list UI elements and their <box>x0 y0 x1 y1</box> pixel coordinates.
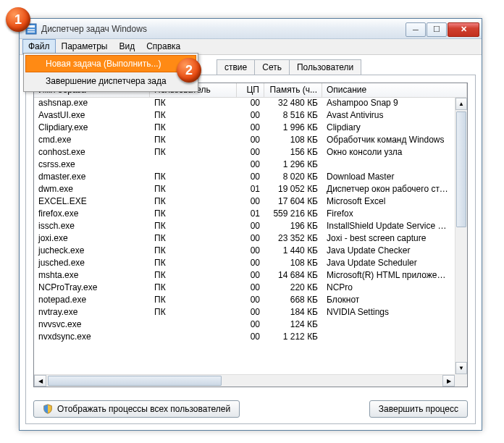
menu-exit[interactable]: Завершение диспетчера зада <box>25 72 196 90</box>
cell-name: jusched.exe <box>34 258 150 270</box>
show-all-users-button[interactable]: Отображать процессы всех пользователей <box>33 400 240 418</box>
cell-mem: 8 020 КБ <box>264 172 322 184</box>
tab-body: Имя образа Пользователь ЦП Память (ч... … <box>25 75 476 424</box>
process-list: Имя образа Пользователь ЦП Память (ч... … <box>33 83 468 387</box>
table-row[interactable]: Clipdiary.exeПК001 996 КБClipdiary <box>34 122 455 135</box>
cell-desc: Блокнот <box>322 295 455 307</box>
menu-options[interactable]: Параметры <box>56 39 114 54</box>
scroll-down-icon[interactable]: ▼ <box>455 362 467 374</box>
cell-name: dmaster.exe <box>34 172 150 184</box>
vertical-scrollbar[interactable]: ▲ ▼ <box>455 98 467 374</box>
cell-desc <box>322 159 455 172</box>
cell-cpu: 00 <box>237 307 264 319</box>
table-row[interactable]: nvxdsync.exe001 212 КБ <box>34 332 455 344</box>
cell-user <box>150 319 237 332</box>
cell-cpu: 00 <box>237 295 264 307</box>
annotation-marker-2: 2 <box>177 58 201 83</box>
cell-mem: 156 КБ <box>264 147 322 159</box>
table-row[interactable]: EXCEL.EXEПК0017 604 КБMicrosoft Excel <box>34 196 455 208</box>
svg-rect-2 <box>28 29 35 30</box>
cell-desc: Clipdiary <box>322 122 455 135</box>
scroll-left-icon[interactable]: ◀ <box>34 375 46 387</box>
maximize-button[interactable]: ☐ <box>427 22 447 37</box>
cell-name: issch.exe <box>34 221 150 233</box>
cell-user: ПК <box>150 122 237 135</box>
cell-desc: Диспетчер окон рабочего стола <box>322 184 455 196</box>
cell-cpu: 00 <box>237 147 264 159</box>
content-area: ствие Сеть Пользователи Имя образа Польз… <box>25 59 476 424</box>
cell-user: ПК <box>150 98 237 110</box>
table-row[interactable]: csrss.exe001 296 КБ <box>34 159 455 172</box>
cell-name: nvtray.exe <box>34 307 150 319</box>
horizontal-scrollbar[interactable]: ◀ ▶ <box>34 374 455 387</box>
cell-desc: Java Update Scheduler <box>322 258 455 270</box>
col-description[interactable]: Описание <box>322 83 467 97</box>
table-row[interactable]: firefox.exeПК01559 216 КБFirefox <box>34 208 455 221</box>
cell-cpu: 00 <box>237 159 264 172</box>
cell-name: csrss.exe <box>34 159 150 172</box>
menu-new-task[interactable]: Новая задача (Выполнить...) <box>25 55 196 72</box>
close-button[interactable]: ✕ <box>448 22 479 37</box>
cell-user: ПК <box>150 135 237 147</box>
table-row[interactable]: dwm.exeПК0119 052 КБДиспетчер окон рабоч… <box>34 184 455 196</box>
cell-mem: 184 КБ <box>264 307 322 319</box>
cell-mem: 108 КБ <box>264 258 322 270</box>
menu-help[interactable]: Справка <box>140 39 186 54</box>
cell-desc: Firefox <box>322 208 455 221</box>
cell-cpu: 00 <box>237 172 264 184</box>
cell-mem: 196 КБ <box>264 221 322 233</box>
table-row[interactable]: dmaster.exeПК008 020 КБDownload Master <box>34 172 455 184</box>
cell-name: EXCEL.EXE <box>34 196 150 208</box>
cell-cpu: 00 <box>237 319 264 332</box>
tab-network[interactable]: Сеть <box>254 59 290 75</box>
table-row[interactable]: nvvsvc.exe00124 КБ <box>34 319 455 332</box>
table-row[interactable]: NCProTray.exeПК00220 КБNCPro <box>34 282 455 295</box>
table-row[interactable]: notepad.exeПК00668 КББлокнот <box>34 295 455 307</box>
table-row[interactable]: jucheck.exeПК001 440 КБJava Update Check… <box>34 245 455 258</box>
cell-name: AvastUI.exe <box>34 110 150 122</box>
window-controls: ─ ☐ ✕ <box>406 21 482 37</box>
cell-desc: Download Master <box>322 172 455 184</box>
cell-desc: NVIDIA Settings <box>322 307 455 319</box>
tab-users[interactable]: Пользователи <box>289 59 361 75</box>
table-row[interactable]: cmd.exeПК00108 КБОбработчик команд Windo… <box>34 135 455 147</box>
table-row[interactable]: mshta.exeПК0014 684 КБMicrosoft(R) HTML … <box>34 270 455 282</box>
cell-cpu: 00 <box>237 270 264 282</box>
cell-name: nvxdsync.exe <box>34 332 150 344</box>
cell-desc: Microsoft(R) HTML приложение <box>322 270 455 282</box>
table-row[interactable]: jusched.exeПК00108 КБJava Update Schedul… <box>34 258 455 270</box>
cell-cpu: 00 <box>237 221 264 233</box>
table-row[interactable]: nvtray.exeПК00184 КБNVIDIA Settings <box>34 307 455 319</box>
table-row[interactable]: conhost.exeПК00156 КБОкно консоли узла <box>34 147 455 159</box>
col-cpu[interactable]: ЦП <box>237 83 264 97</box>
cell-desc: Ashampoo Snap 9 <box>322 98 455 110</box>
titlebar[interactable]: Диспетчер задач Windows ─ ☐ ✕ <box>20 19 482 39</box>
cell-name: firefox.exe <box>34 208 150 221</box>
scroll-thumb-v[interactable] <box>456 111 466 227</box>
process-rows[interactable]: ashsnap.exeПК0032 480 КБAshampoo Snap 9A… <box>34 98 455 374</box>
table-row[interactable]: joxi.exeПК0023 352 КБJoxi - best screen … <box>34 233 455 245</box>
cell-cpu: 00 <box>237 135 264 147</box>
col-memory[interactable]: Память (ч... <box>264 83 322 97</box>
menu-file[interactable]: Файл <box>22 39 56 54</box>
menu-view[interactable]: Вид <box>113 39 140 54</box>
shield-icon <box>43 404 53 414</box>
table-row[interactable]: ashsnap.exeПК0032 480 КБAshampoo Snap 9 <box>34 98 455 110</box>
scroll-right-icon[interactable]: ▶ <box>442 375 455 387</box>
file-menu-dropdown: Новая задача (Выполнить...) Завершение д… <box>23 53 198 92</box>
cell-name: notepad.exe <box>34 295 150 307</box>
bottom-buttons: Отображать процессы всех пользователей З… <box>33 400 468 418</box>
cell-cpu: 00 <box>237 282 264 295</box>
scroll-thumb-h[interactable] <box>48 376 222 386</box>
cell-cpu: 00 <box>237 332 264 344</box>
tab-performance[interactable]: ствие <box>217 59 255 75</box>
cell-user: ПК <box>150 184 237 196</box>
table-row[interactable]: AvastUI.exeПК008 516 КБAvast Antivirus <box>34 110 455 122</box>
cell-cpu: 00 <box>237 233 264 245</box>
scroll-up-icon[interactable]: ▲ <box>455 98 467 110</box>
minimize-button[interactable]: ─ <box>406 22 426 37</box>
table-row[interactable]: issch.exeПК00196 КБInstallShield Update … <box>34 221 455 233</box>
cell-mem: 19 052 КБ <box>264 184 322 196</box>
cell-cpu: 00 <box>237 245 264 258</box>
end-process-button[interactable]: Завершить процесс <box>369 400 468 418</box>
